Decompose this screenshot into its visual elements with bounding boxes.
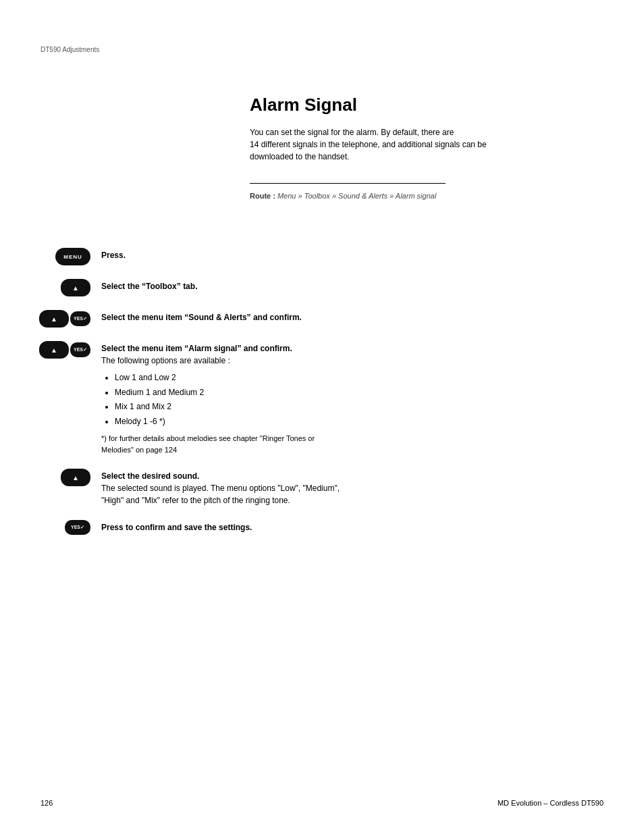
step-5-icon-area: ▲	[41, 467, 101, 486]
step-6-icon-area: YES✓	[41, 519, 101, 535]
step-2-bold: Select the “Toolbox” tab.	[101, 282, 197, 291]
page-number: 126	[41, 799, 53, 807]
step-5-text: Select the desired sound. The selected s…	[101, 467, 608, 506]
step-2-text: Select the “Toolbox” tab.	[101, 278, 608, 292]
list-item: Medium 1 and Medium 2	[115, 386, 608, 400]
step-6: YES✓ Press to confirm and save the setti…	[41, 519, 608, 535]
step-1: MENU Press.	[41, 246, 608, 265]
step-4-normal: The following options are available :	[101, 356, 230, 365]
nav-oval-chevron: ▲	[51, 315, 57, 323]
page-container: DT590 Adjustments Alarm Signal You can s…	[0, 0, 644, 834]
yes-small-label: YES✓	[74, 316, 87, 321]
yes-small-label-2: YES✓	[74, 347, 87, 353]
step-4-text: Select the menu item “Alarm signal” and …	[101, 340, 608, 455]
nav-oval-chevron-2: ▲	[51, 346, 57, 354]
footnote-text: *) for further details about melodies se…	[101, 433, 608, 455]
yes-small-button-icon-2: YES✓	[70, 342, 90, 357]
step-4: ▲ YES✓ Select the menu item “Alarm signa…	[41, 340, 608, 455]
page-title: Alarm Signal	[250, 95, 608, 115]
nav-oval-icon: ▲	[39, 310, 69, 328]
intro-text: You can set the signal for the alarm. By…	[250, 126, 608, 163]
route-line: Route : Menu » Toolbox » Sound & Alerts …	[250, 192, 608, 200]
main-content: Alarm Signal You can set the signal for …	[250, 95, 608, 213]
book-title: MD Evolution – Cordless DT590	[498, 799, 603, 807]
list-item: Mix 1 and Mix 2	[115, 400, 608, 415]
list-item: Melody 1 -6 *)	[115, 415, 608, 429]
list-item: Low 1 and Low 2	[115, 371, 608, 386]
step-5-bold: Select the desired sound.	[101, 471, 199, 481]
step-2-icon-area: ▲	[41, 278, 101, 296]
step-5: ▲ Select the desired sound. The selected…	[41, 467, 608, 506]
breadcrumb: DT590 Adjustments	[41, 46, 99, 53]
nav-chevron-icon-2: ▲	[72, 474, 79, 481]
step-5-normal: The selected sound is played. The menu o…	[101, 484, 340, 505]
step-4-icon-area: ▲ YES✓	[41, 340, 101, 359]
nav-oval-icon-2: ▲	[39, 341, 69, 359]
menu-button-icon: MENU	[55, 248, 90, 265]
step-4-bold: Select the menu item “Alarm signal” and …	[101, 344, 292, 353]
nav-chevron-icon: ▲	[72, 284, 79, 292]
yes-small-button-icon: YES✓	[70, 311, 90, 326]
route-path: Menu » Toolbox » Sound & Alerts » Alarm …	[277, 192, 436, 200]
yes-button-icon: YES✓	[65, 520, 90, 535]
step-6-bold: Press to confirm and save the settings.	[101, 523, 252, 532]
nav-yes-icon-group-2: ▲ YES✓	[39, 341, 90, 359]
step-1-icon-area: MENU	[41, 246, 101, 265]
step-1-text: Press.	[101, 246, 608, 261]
menu-label: MENU	[63, 254, 82, 260]
footer: 126 MD Evolution – Cordless DT590	[41, 799, 603, 807]
steps-area: MENU Press. ▲ Select the “Toolbox” tab.	[41, 246, 608, 547]
step-1-bold: Press.	[101, 251, 126, 260]
step-2: ▲ Select the “Toolbox” tab.	[41, 278, 608, 296]
nav-yes-icon-group: ▲ YES✓	[39, 310, 90, 328]
step-3-bold: Select the menu item “Sound & Alerts” an…	[101, 313, 302, 322]
route-label: Route :	[250, 192, 275, 200]
nav-button-icon-2: ▲	[61, 469, 90, 486]
breadcrumb-text: DT590 Adjustments	[41, 46, 99, 53]
nav-button-icon: ▲	[61, 279, 90, 296]
options-list: Low 1 and Low 2 Medium 1 and Medium 2 Mi…	[101, 371, 608, 429]
step-6-text: Press to confirm and save the settings.	[101, 519, 608, 533]
step-3-icon-area: ▲ YES✓	[41, 309, 101, 328]
step-3-text: Select the menu item “Sound & Alerts” an…	[101, 309, 608, 323]
section-divider	[250, 183, 446, 184]
step-3: ▲ YES✓ Select the menu item “Sound & Ale…	[41, 309, 608, 328]
yes-standalone-label: YES✓	[71, 525, 84, 530]
